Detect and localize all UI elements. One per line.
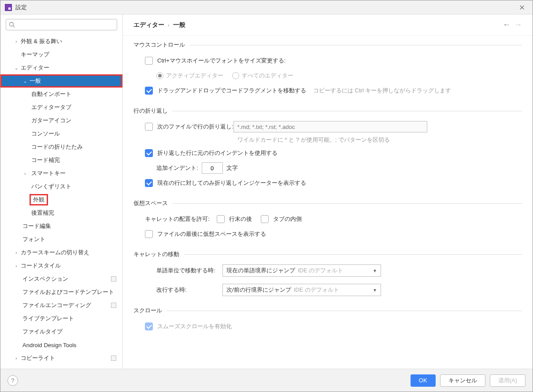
sidebar: ›外観 & 振る舞い キーマップ ⌄エディター ⌄一般 自動インポート エディタ… [0, 15, 123, 369]
chevron-down-icon: ⌄ [22, 79, 29, 84]
input-soft-wrap-pattern[interactable] [233, 121, 427, 132]
input-extra-indent[interactable] [202, 162, 223, 174]
forward-button[interactable]: → [514, 20, 522, 29]
tree-android-design[interactable]: Android Design Tools [0, 338, 122, 352]
footer-buttons: OK キャンセル 適用(A) [411, 374, 526, 387]
lbl-after-eol: 行末の後 [229, 215, 252, 223]
tree-file-templates[interactable]: ファイルおよびコードテンプレート [0, 286, 122, 299]
tree-general[interactable]: ⌄一般 [0, 74, 122, 88]
svg-line-3 [13, 26, 15, 28]
section-title-wrap: 行の折り返し [133, 107, 168, 115]
chk-show-eof-space[interactable] [145, 230, 153, 238]
lbl-extra-indent-unit: 文字 [226, 164, 238, 172]
chevron-right-icon: › [22, 171, 29, 176]
lbl-active-editor: アクティブエディター [166, 72, 223, 80]
window-title: 設定 [15, 4, 516, 11]
breadcrumb-editor[interactable]: エディター [133, 21, 164, 29]
tree-copyright[interactable]: ›コピーライト [0, 352, 122, 365]
chevron-down-icon: ▼ [373, 288, 377, 293]
tree-editor[interactable]: ⌄エディター [0, 61, 122, 74]
search-wrap [0, 15, 122, 33]
chk-dnd-move[interactable] [145, 87, 153, 95]
search-box[interactable] [6, 19, 117, 30]
chk-smooth-scroll[interactable] [145, 322, 153, 330]
lbl-soft-wrap-files: 次のファイルで行の折り返し: [157, 123, 233, 131]
chk-inside-tab[interactable] [261, 215, 269, 223]
help-button[interactable]: ? [7, 375, 18, 386]
section-title-mouse: マウスコントロール [133, 41, 185, 49]
lbl-inside-tab: タブの内側 [273, 215, 302, 223]
tree-postfix[interactable]: 後置補完 [0, 206, 122, 220]
tree-appearance[interactable]: 外観 [0, 193, 122, 206]
section-virtual: 仮想スペース キャレットの配置を許可: 行末の後 タブの内側 ファイルの最後に仮… [133, 199, 522, 240]
tree-appearance-behavior[interactable]: ›外観 & 振る舞い [0, 35, 122, 48]
settings-panel[interactable]: マウスコントロール Ctrl+マウスホイールでフォントをサイズ変更する: アクテ… [123, 36, 533, 369]
select-word-move[interactable]: 現在の単語境界にジャンプIDE のデフォルト ▼ [222, 264, 381, 277]
tree-auto-import[interactable]: 自動インポート [0, 88, 122, 101]
profile-icon [111, 303, 116, 308]
tree-file-types[interactable]: ファイルタイプ [0, 325, 122, 338]
lbl-dnd-move: ドラッグアンドドロップでコードフラグメントを移動する [157, 87, 306, 95]
tree-smart-keys[interactable]: ›スマートキー [0, 167, 122, 180]
apply-button[interactable]: 適用(A) [490, 374, 526, 387]
chevron-right-icon: › [13, 356, 20, 361]
section-title-virtual: 仮想スペース [133, 199, 168, 207]
chk-ctrl-wheel-zoom[interactable] [145, 57, 153, 65]
tree-breadcrumbs[interactable]: パンくずリスト [0, 180, 122, 193]
lbl-ctrl-wheel-zoom: Ctrl+マウスホイールでフォントをサイズ変更する: [157, 57, 285, 65]
chevron-right-icon: › [13, 39, 20, 44]
chk-wrap-indicator-current[interactable] [145, 179, 153, 187]
lbl-all-editors: すべてのエディター [242, 72, 293, 80]
profile-icon [111, 276, 116, 282]
tree-live-templates[interactable]: ライブテンプレート [0, 312, 122, 325]
section-scroll: スクロール スムーズスクロールを有効化 [133, 307, 522, 332]
titlebar: 設定 [0, 0, 533, 15]
section-title-caret: キャレットの移動 [133, 250, 179, 258]
lbl-wrap-indicator: 現在の行に対してのみ折り返しインジケーターを表示する [157, 179, 306, 187]
tree-keymap[interactable]: キーマップ [0, 48, 122, 61]
radio-all-editors[interactable] [232, 72, 239, 79]
tree-font[interactable]: フォント [0, 233, 122, 246]
chk-after-eol[interactable] [217, 215, 225, 223]
tree-code-folding[interactable]: コードの折りたたみ [0, 140, 122, 154]
search-input[interactable] [17, 22, 114, 28]
lbl-newline-move: 改行する時: [156, 286, 222, 294]
tree-code-editing[interactable]: コード編集 [0, 220, 122, 233]
chk-use-original-indent[interactable] [145, 149, 153, 157]
nav-arrows: ← → [503, 20, 522, 29]
tree-editor-tabs[interactable]: エディタータブ [0, 101, 122, 114]
select-newline-move[interactable]: 次/前の行境界にジャンプIDE のデフォルト ▼ [222, 284, 381, 296]
hint-dnd: コピーするには Ctrl キーを押しながらドラッグします [313, 87, 451, 95]
tree-console[interactable]: コンソール [0, 127, 122, 140]
tree-code-completion[interactable]: コード補完 [0, 154, 122, 167]
lbl-show-eof-space: ファイルの最後に仮想スペースを表示する [157, 230, 266, 238]
tree-code-style[interactable]: ›コードスタイル [0, 259, 122, 272]
back-button[interactable]: ← [503, 20, 511, 29]
dialog-footer: ? OK キャンセル 適用(A) [0, 369, 533, 392]
breadcrumb-bar: エディター › 一般 ← → [123, 15, 533, 36]
section-title-scroll: スクロール [133, 307, 162, 315]
settings-tree[interactable]: ›外観 & 振る舞い キーマップ ⌄エディター ⌄一般 自動インポート エディタ… [0, 33, 122, 369]
chevron-down-icon: ⌄ [13, 66, 20, 70]
lbl-use-original-indent: 折り返した行に元の行のインデントを使用する [157, 149, 278, 157]
lbl-smooth-scroll: スムーズスクロールを有効化 [157, 322, 232, 330]
profile-icon [111, 355, 116, 361]
section-caret: キャレットの移動 単語単位で移動する時: 現在の単語境界にジャンプIDE のデフ… [133, 250, 522, 296]
chk-soft-wrap-files[interactable] [145, 123, 153, 131]
tree-inspections[interactable]: インスペクション [0, 272, 122, 286]
chevron-right-icon: › [13, 264, 20, 268]
app-icon [5, 4, 12, 11]
close-button[interactable] [516, 1, 528, 14]
search-icon [9, 22, 15, 28]
ok-button[interactable]: OK [411, 374, 436, 387]
section-wrap: 行の折り返し 次のファイルで行の折り返し: ワイルドカードに * と ? が使用… [133, 107, 522, 189]
cancel-button[interactable]: キャンセル [440, 374, 485, 387]
tree-color-scheme[interactable]: ›カラースキームの切り替え [0, 246, 122, 259]
breadcrumb-general: 一般 [173, 21, 185, 29]
svg-point-2 [10, 22, 14, 26]
settings-window: 設定 ›外観 & 振る舞い キーマップ ⌄エディター ⌄一般 自動インポート エ… [0, 0, 533, 392]
tree-file-encodings[interactable]: ファイルエンコーディング [0, 299, 122, 312]
radio-active-editor[interactable] [156, 72, 163, 79]
settings-content: エディター › 一般 ← → マウスコントロール Ctrl+マウスホイールでフォ… [123, 15, 533, 369]
tree-gutter-icons[interactable]: ガターアイコン [0, 114, 122, 127]
